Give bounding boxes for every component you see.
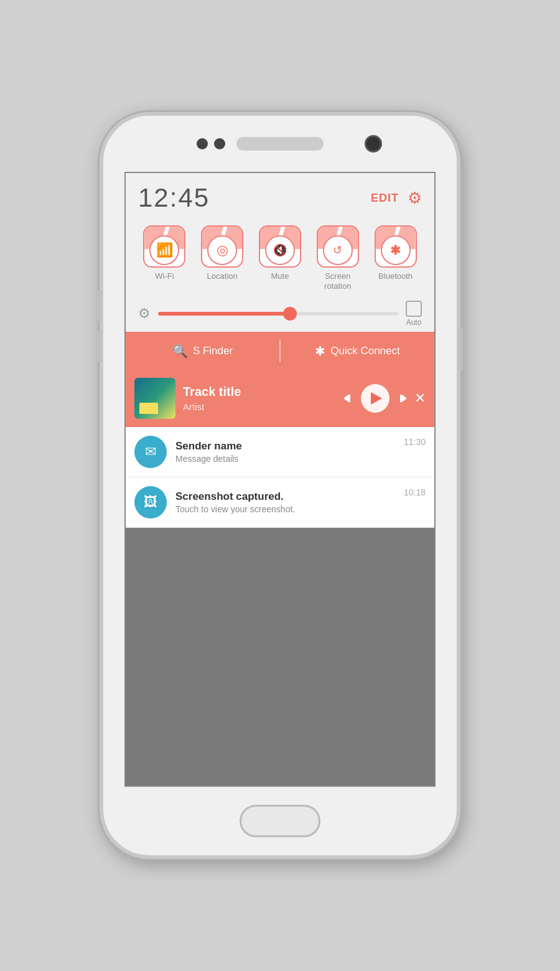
bluetooth-toggle-button[interactable]: ✱ — [375, 225, 417, 268]
volume-down-button[interactable] — [97, 331, 102, 362]
sender-name: Sender name — [175, 440, 395, 453]
toggle-item-rotation: ↺ Screen rotation — [313, 225, 363, 291]
rotation-label: Screen rotation — [324, 271, 351, 291]
track-title: Track title — [183, 385, 335, 399]
toggle-item-location: ◎ Location — [197, 225, 247, 281]
toggle-item-mute: 🔇 Mute — [255, 225, 305, 281]
wifi-toggle-button[interactable]: 📶 — [143, 225, 185, 268]
bluetooth-icon: ✱ — [390, 243, 401, 258]
brightness-thumb[interactable] — [283, 307, 297, 321]
music-notification[interactable]: Track title Artist — [126, 370, 434, 427]
wifi-icon: 📶 — [156, 242, 173, 258]
screenshot-time: 10:18 — [404, 487, 426, 497]
play-icon — [371, 392, 382, 405]
svg-marker-2 — [402, 395, 407, 402]
settings-gear-icon[interactable]: ⚙ — [408, 189, 422, 208]
svg-rect-3 — [400, 395, 402, 402]
quick-connect-icon: ✱ — [315, 344, 325, 359]
screenshot-icon: 🖼 — [144, 494, 157, 510]
phone-screen: 12:45 EDIT ⚙ 📶 Wi-Fi — [124, 172, 436, 787]
rotation-toggle-button[interactable]: ↺ — [317, 225, 359, 268]
search-icon: 🔍 — [172, 344, 188, 359]
next-button[interactable] — [396, 392, 408, 405]
quick-toggles-row: 📶 Wi-Fi ◎ Location — [126, 219, 434, 296]
home-button[interactable] — [240, 805, 320, 837]
brightness-auto[interactable]: Auto — [406, 301, 422, 327]
mute-toggle-button[interactable]: 🔇 — [259, 225, 301, 268]
quick-connect-button[interactable]: ✱ Quick Connect — [281, 332, 434, 370]
message-detail: Message details — [175, 454, 395, 464]
prev-button[interactable] — [342, 392, 355, 405]
location-toggle-button[interactable]: ◎ — [201, 225, 243, 268]
screen-empty-area — [126, 528, 434, 786]
svg-marker-0 — [343, 395, 348, 402]
power-button[interactable] — [97, 290, 102, 321]
s-finder-button[interactable]: 🔍 S Finder — [126, 332, 279, 370]
toggle-item-wifi: 📶 Wi-Fi — [139, 225, 189, 281]
screenshot-notification[interactable]: 🖼 Screenshot captured. Touch to view you… — [126, 477, 434, 528]
music-controls: ✕ — [342, 384, 426, 413]
bluetooth-label: Bluetooth — [378, 271, 413, 281]
sensor-dot-1 — [197, 138, 208, 149]
location-label: Location — [207, 271, 238, 281]
message-content: Sender name Message details — [175, 440, 395, 464]
brightness-slider[interactable] — [158, 312, 398, 316]
track-artist: Artist — [183, 401, 335, 412]
notification-panel: 12:45 EDIT ⚙ 📶 Wi-Fi — [126, 173, 434, 786]
phone-speaker — [236, 137, 324, 151]
phone-top — [103, 116, 457, 172]
mute-icon: 🔇 — [273, 243, 287, 257]
play-button[interactable] — [361, 384, 390, 413]
panel-header: 12:45 EDIT ⚙ — [126, 173, 434, 219]
sender-avatar: ✉ — [134, 436, 167, 468]
screenshot-detail: Touch to view your screenshot. — [175, 504, 395, 514]
svg-rect-1 — [348, 395, 350, 402]
phone-sensors — [197, 138, 225, 149]
rotation-icon: ↺ — [333, 243, 342, 257]
auto-label: Auto — [406, 318, 422, 327]
brightness-fill — [158, 312, 290, 316]
location-icon: ◎ — [217, 242, 228, 258]
screenshot-avatar: 🖼 — [134, 486, 167, 518]
brightness-row: ⚙ Auto — [126, 296, 434, 332]
email-icon: ✉ — [145, 444, 156, 460]
album-art — [134, 378, 175, 419]
brightness-icon: ⚙ — [138, 306, 151, 322]
auto-checkbox[interactable] — [406, 301, 422, 317]
mute-label: Mute — [271, 271, 289, 281]
s-finder-label: S Finder — [193, 345, 233, 357]
message-time: 11:30 — [404, 437, 426, 447]
edit-button[interactable]: EDIT — [371, 192, 399, 205]
volume-button[interactable] — [458, 327, 463, 371]
close-music-button[interactable]: ✕ — [414, 390, 426, 406]
music-info: Track title Artist — [183, 385, 335, 412]
front-camera — [365, 135, 382, 152]
message-notification[interactable]: ✉ Sender name Message details 11:30 — [126, 427, 434, 477]
phone-shell: 12:45 EDIT ⚙ 📶 Wi-Fi — [100, 112, 460, 859]
sensor-dot-2 — [214, 138, 225, 149]
wifi-label: Wi-Fi — [155, 271, 174, 281]
status-time: 12:45 — [138, 183, 210, 213]
quick-connect-label: Quick Connect — [330, 345, 400, 357]
toggle-item-bluetooth: ✱ Bluetooth — [371, 225, 421, 281]
phone-bottom — [103, 787, 457, 855]
panel-actions: EDIT ⚙ — [371, 189, 422, 208]
screenshot-content: Screenshot captured. Touch to view your … — [175, 490, 395, 514]
screenshot-title: Screenshot captured. — [175, 490, 395, 503]
finder-bar: 🔍 S Finder ✱ Quick Connect — [126, 332, 434, 370]
